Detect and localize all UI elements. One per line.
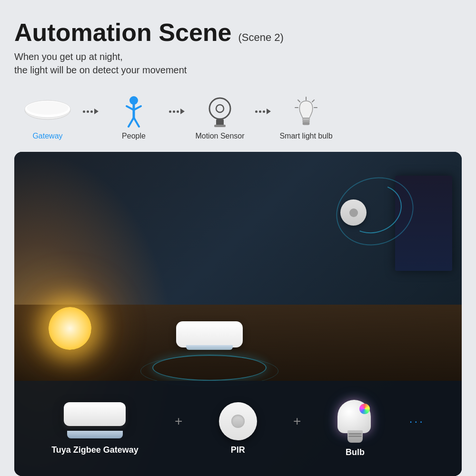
svg-rect-18 [303,118,309,121]
dotted-arrow-2 [169,109,185,114]
flow-diagram: Gateway People [14,96,462,140]
svg-line-14 [312,100,314,102]
svg-point-3 [129,96,138,105]
product-item-bulb: Bulb [337,400,373,457]
sensor-icon-wrap [206,96,234,129]
dot [83,110,85,113]
dot [87,110,89,113]
product-name-gateway: Tuya Zigbee Gateway [51,445,139,455]
flow-arrow-1 [81,109,100,114]
dot [255,110,258,113]
product-item-pir: PIR [219,402,257,455]
prod-bulb-base [347,430,363,443]
prod-pir-icon [219,402,257,440]
description-line1: When you get up at night, [14,51,123,62]
main-title: Automation Scene [14,19,232,46]
arrow-head [180,109,185,114]
flow-item-bulb: Smart light bulb [273,96,339,140]
svg-rect-19 [303,121,309,123]
arrow-head [267,109,271,114]
dot [177,110,179,113]
svg-rect-12 [214,125,226,127]
svg-point-9 [209,98,230,119]
flow-arrow-3 [253,109,273,114]
svg-line-16 [298,100,300,102]
flow-label-sensor: Motion Sensor [195,132,244,140]
header-section: Automation Scene (Scene 2) When you get … [14,14,462,86]
subtitle-tag: (Scene 2) [238,31,284,44]
prod-pir-inner [231,415,245,428]
flow-item-gateway: Gateway [14,96,81,140]
flow-item-sensor: Motion Sensor [187,96,253,140]
dotted-arrow-1 [83,109,99,114]
product-item-gateway: Tuya Zigbee Gateway [51,402,139,455]
flow-label-gateway: Gateway [32,132,62,140]
gateway-device-body [176,321,243,347]
flow-item-people: People [100,96,167,140]
gateway-device-scene [176,321,243,364]
sensor-svg-icon [206,96,234,129]
plus-sign-2: + [293,414,301,429]
prod-bulb-glass [337,400,371,433]
svg-line-7 [129,118,134,127]
gateway-svg-icon [24,99,71,126]
flow-label-people: People [122,132,146,140]
bulb-color-ring [359,404,370,414]
description-line2: the light will be on detect your movemen… [14,65,187,75]
lamp-orb [49,307,91,350]
dot [90,110,93,113]
bulb-svg-icon [294,96,318,129]
prod-gateway-base [67,431,123,438]
page-wrapper: Automation Scene (Scene 2) When you get … [0,0,476,476]
dotted-arrow-3 [255,109,271,114]
more-options-dots[interactable]: ··· [409,415,425,428]
scene-background: Tuya Zigbee Gateway + PIR + [14,152,462,476]
svg-rect-11 [216,119,224,126]
svg-rect-20 [303,123,309,125]
product-name-bulb: Bulb [346,447,365,457]
flow-arrow-2 [167,109,187,114]
prod-gateway-icon [64,402,126,440]
bulb-icon-wrap [294,96,318,129]
svg-point-10 [216,105,224,112]
plus-sign-1: + [175,414,182,429]
people-icon-wrap [122,96,146,129]
dot [263,110,265,113]
arrow-head [94,109,99,114]
dot [169,110,171,113]
dot [259,110,261,113]
title-line: Automation Scene (Scene 2) [14,19,462,46]
prod-gateway-body [64,402,126,426]
flow-label-bulb: Smart light bulb [279,132,332,140]
svg-line-8 [134,118,139,127]
gateway-icon-wrap [24,96,71,129]
scene-photo-area: Tuya Zigbee Gateway + PIR + [14,152,462,476]
dot [173,110,175,113]
people-svg-icon [122,96,146,129]
product-strip: Tuya Zigbee Gateway + PIR + [14,381,462,476]
prod-bulb-container [337,400,373,443]
description: When you get up at night, the light will… [14,50,462,77]
product-name-pir: PIR [231,445,245,455]
svg-point-2 [27,101,69,115]
